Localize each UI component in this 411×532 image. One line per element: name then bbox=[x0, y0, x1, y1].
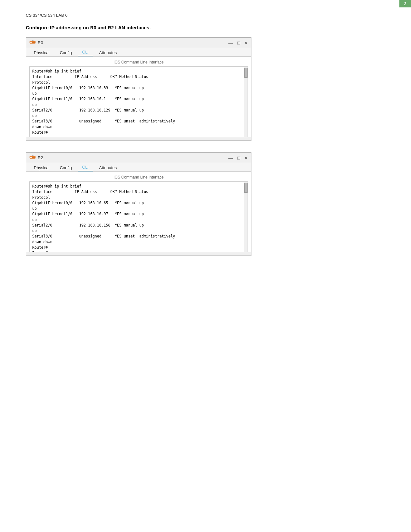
r2-cli-content: Router#sh ip int brief Interface IP-Addr… bbox=[32, 184, 245, 252]
r0-maximize-button[interactable]: □ bbox=[237, 41, 240, 45]
r0-window: R0 — □ × Physical Config CLI Attributes … bbox=[26, 37, 251, 141]
r2-minimize-button[interactable]: — bbox=[228, 156, 233, 160]
r0-tab-config[interactable]: Config bbox=[55, 49, 76, 56]
r2-router-icon bbox=[29, 155, 36, 161]
r2-body: IOS Command Line Interface Router#sh ip … bbox=[26, 172, 251, 252]
r2-tab-attributes[interactable]: Attributes bbox=[94, 164, 121, 171]
r0-titlebar: R0 — □ × bbox=[26, 38, 251, 48]
r2-tab-physical[interactable]: Physical bbox=[29, 164, 54, 171]
r0-body: IOS Command Line Interface Router#sh ip … bbox=[26, 57, 251, 137]
r0-close-button[interactable]: × bbox=[244, 41, 248, 45]
r0-scrollbar-thumb bbox=[244, 68, 248, 78]
r0-cli-content: Router#sh ip int brief Interface IP-Addr… bbox=[32, 69, 245, 135]
r2-scrollbar-thumb bbox=[244, 183, 248, 193]
svg-rect-3 bbox=[32, 42, 35, 43]
r2-maximize-button[interactable]: □ bbox=[237, 156, 240, 160]
r0-window-controls: — □ × bbox=[228, 41, 248, 45]
r2-tab-config[interactable]: Config bbox=[55, 164, 76, 171]
svg-point-1 bbox=[30, 42, 31, 43]
svg-point-2 bbox=[31, 42, 32, 43]
r2-window-controls: — □ × bbox=[228, 156, 248, 160]
r2-cli-label: IOS Command Line Interface bbox=[26, 175, 251, 179]
r0-tab-cli[interactable]: CLI bbox=[78, 48, 93, 56]
r2-titlebar: R2 — □ × bbox=[26, 153, 251, 163]
r2-tab-cli[interactable]: CLI bbox=[78, 163, 93, 171]
svg-point-7 bbox=[30, 157, 31, 158]
section-heading: Configure IP addressing on R0 and R2 LAN… bbox=[26, 25, 385, 30]
r2-cli-terminal[interactable]: Router#sh ip int brief Interface IP-Addr… bbox=[29, 181, 248, 252]
svg-rect-9 bbox=[32, 157, 35, 158]
r2-close-button[interactable]: × bbox=[244, 156, 248, 160]
page-number: 2 bbox=[399, 0, 411, 7]
r0-cli-terminal[interactable]: Router#sh ip int brief Interface IP-Addr… bbox=[29, 66, 248, 137]
r0-scrollbar[interactable] bbox=[244, 67, 248, 137]
r0-minimize-button[interactable]: — bbox=[228, 41, 233, 45]
r0-tabs: Physical Config CLI Attributes bbox=[26, 48, 251, 57]
r0-title: R0 bbox=[38, 40, 43, 45]
r0-tab-attributes[interactable]: Attributes bbox=[94, 49, 121, 56]
r0-cli-label: IOS Command Line Interface bbox=[26, 60, 251, 64]
r2-scrollbar[interactable] bbox=[244, 182, 248, 252]
r2-window: R2 — □ × Physical Config CLI Attributes … bbox=[26, 152, 251, 256]
r0-tab-physical[interactable]: Physical bbox=[29, 49, 54, 56]
router-icon bbox=[29, 40, 36, 46]
lab-title: CS 334/CS 534 LAB 6 bbox=[26, 13, 385, 18]
r2-tabs: Physical Config CLI Attributes bbox=[26, 163, 251, 172]
svg-point-8 bbox=[31, 157, 32, 158]
r2-title: R2 bbox=[38, 155, 43, 160]
